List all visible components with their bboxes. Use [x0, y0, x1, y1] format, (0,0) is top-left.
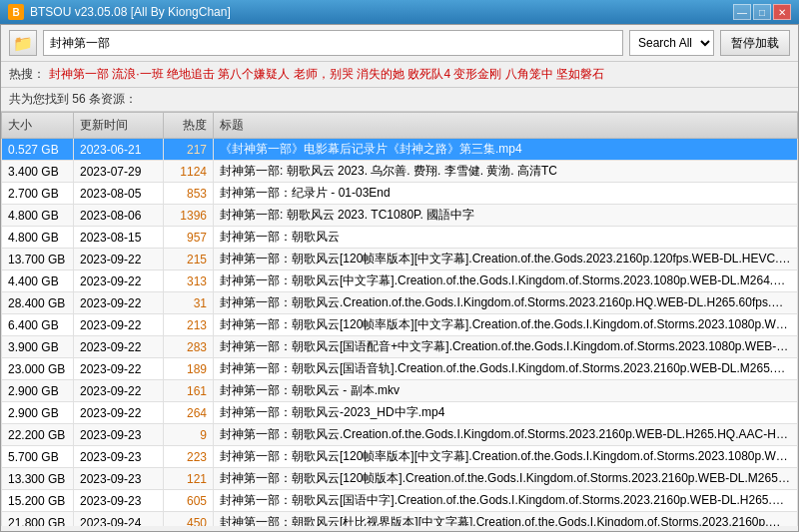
cell-size: 2.900 GB — [2, 402, 74, 424]
cell-title: 封神第一部：朝歌风云[120帧率版本][中文字幕].Creation.of.th… — [214, 314, 798, 336]
table-body: 0.527 GB2023-06-21217《封神第一部》电影幕后记录片《封神之路… — [2, 139, 798, 527]
app-title: BTSOU v23.05.08 [All By KiongChan] — [30, 5, 231, 19]
table-row[interactable]: 21.800 GB2023-09-24450封神第一部：朝歌风云[杜比视界版本]… — [2, 512, 798, 527]
table-row[interactable]: 2.900 GB2023-09-22161封神第一部：朝歌风云 - 副本.mkv — [2, 380, 798, 402]
hotlink-item[interactable]: 封神第一部 — [49, 67, 109, 81]
table-row[interactable]: 4.400 GB2023-09-22313封神第一部：朝歌风云[中文字幕].Cr… — [2, 270, 798, 292]
col-header-title[interactable]: 标题 — [214, 113, 798, 139]
cell-size: 4.800 GB — [2, 205, 74, 227]
cell-heat: 223 — [164, 446, 214, 468]
cell-title: 封神第一部：朝歌风云[国语中字].Creation.of.the.Gods.I.… — [214, 490, 798, 512]
table-row[interactable]: 23.000 GB2023-09-22189封神第一部：朝歌风云[国语音轨].C… — [2, 358, 798, 380]
cell-date: 2023-09-23 — [74, 446, 164, 468]
results-table-container[interactable]: 大小 更新时间 热度 标题 0.527 GB2023-06-21217《封神第一… — [1, 112, 798, 526]
cell-size: 2.700 GB — [2, 183, 74, 205]
cell-size: 15.200 GB — [2, 490, 74, 512]
cell-title: 封神第一部：朝歌风云[国语音轨].Creation.of.the.Gods.I.… — [214, 358, 798, 380]
cell-title: 封神第一部：朝歌风云 - 副本.mkv — [214, 380, 798, 402]
col-header-size[interactable]: 大小 — [2, 113, 74, 139]
cell-date: 2023-09-22 — [74, 292, 164, 314]
cell-title: 封神第一部：朝歌风云-2023_HD中字.mp4 — [214, 402, 798, 424]
table-row[interactable]: 5.700 GB2023-09-23223封神第一部：朝歌风云[120帧率版本]… — [2, 446, 798, 468]
search-scope-select[interactable]: Search AllTitle OnlyBy Size — [629, 30, 714, 56]
cell-heat: 1124 — [164, 161, 214, 183]
hotlink-item[interactable]: 第八个嫌疑人 — [218, 67, 290, 81]
cell-heat: 215 — [164, 249, 214, 270]
stop-load-button[interactable]: 暂停加载 — [720, 30, 790, 56]
cell-date: 2023-09-23 — [74, 468, 164, 490]
hotlink-item[interactable]: 八角笼中 — [505, 67, 553, 81]
hotlink-item[interactable]: 绝地追击 — [167, 67, 215, 81]
cell-date: 2023-09-23 — [74, 490, 164, 512]
table-row[interactable]: 3.400 GB2023-07-291124封神第一部: 朝歌风云 2023. … — [2, 161, 798, 183]
results-count: 共为您找到 56 条资源： — [9, 92, 137, 106]
search-icon-btn[interactable]: 📁 — [9, 30, 37, 56]
table-row[interactable]: 15.200 GB2023-09-23605封神第一部：朝歌风云[国语中字].C… — [2, 490, 798, 512]
cell-heat: 213 — [164, 314, 214, 336]
table-row[interactable]: 22.200 GB2023-09-239封神第一部：朝歌风云.Creation.… — [2, 424, 798, 446]
maximize-button[interactable]: □ — [753, 4, 771, 20]
search-input[interactable] — [43, 30, 623, 56]
cell-size: 4.400 GB — [2, 270, 74, 292]
cell-date: 2023-07-29 — [74, 161, 164, 183]
cell-title: 封神第一部：朝歌风云.Creation.of.the.Gods.I.Kingdo… — [214, 292, 798, 314]
cell-size: 23.000 GB — [2, 358, 74, 380]
hotlink-item[interactable]: 败死队4 — [407, 67, 450, 81]
cell-title: 封神第一部：朝歌风云[120帧率版本][中文字幕].Creation.of.th… — [214, 249, 798, 270]
results-info: 共为您找到 56 条资源： — [1, 88, 798, 112]
cell-title: 封神第一部: 朝歌风云 2023. TC1080P. 國語中字 — [214, 205, 798, 227]
minimize-button[interactable]: — — [733, 4, 751, 20]
title-bar: B BTSOU v23.05.08 [All By KiongChan] — □… — [0, 0, 799, 24]
hotlink-item[interactable]: 消失的她 — [357, 67, 404, 81]
hotlink-item[interactable]: 流浪·一班 — [112, 67, 163, 81]
cell-title: 《封神第一部》电影幕后记录片《封神之路》第三集.mp4 — [214, 139, 798, 161]
hotlink-item[interactable]: 坚如磐石 — [556, 67, 604, 81]
table-row[interactable]: 4.800 GB2023-08-061396封神第一部: 朝歌风云 2023. … — [2, 205, 798, 227]
cell-size: 21.800 GB — [2, 512, 74, 527]
hotlink-item[interactable]: 老师，别哭 — [294, 67, 354, 81]
cell-date: 2023-09-22 — [74, 358, 164, 380]
table-row[interactable]: 13.700 GB2023-09-22215封神第一部：朝歌风云[120帧率版本… — [2, 249, 798, 270]
table-row[interactable]: 2.900 GB2023-09-22264封神第一部：朝歌风云-2023_HD中… — [2, 402, 798, 424]
table-row[interactable]: 0.527 GB2023-06-21217《封神第一部》电影幕后记录片《封神之路… — [2, 139, 798, 161]
title-bar-controls: — □ ✕ — [733, 4, 791, 20]
search-area: 📁 Search AllTitle OnlyBy Size 暂停加载 — [9, 30, 790, 56]
col-header-heat[interactable]: 热度 — [164, 113, 214, 139]
cell-heat: 605 — [164, 490, 214, 512]
cell-heat: 161 — [164, 380, 214, 402]
cell-heat: 217 — [164, 139, 214, 161]
cell-size: 6.400 GB — [2, 314, 74, 336]
cell-heat: 283 — [164, 336, 214, 358]
cell-heat: 31 — [164, 292, 214, 314]
cell-size: 28.400 GB — [2, 292, 74, 314]
cell-size: 22.200 GB — [2, 424, 74, 446]
cell-title: 封神第一部：朝歌风云 — [214, 227, 798, 249]
cell-heat: 189 — [164, 358, 214, 380]
table-header: 大小 更新时间 热度 标题 — [2, 113, 798, 139]
hotlinks-container: 封神第一部 流浪·一班 绝地追击 第八个嫌疑人 老师，别哭 消失的她 败死队4 … — [49, 66, 604, 83]
cell-heat: 121 — [164, 468, 214, 490]
cell-heat: 957 — [164, 227, 214, 249]
cell-title: 封神第一部：朝歌风云[120帧率版本][中文字幕].Creation.of.th… — [214, 446, 798, 468]
results-table: 大小 更新时间 热度 标题 0.527 GB2023-06-21217《封神第一… — [1, 112, 798, 526]
cell-title: 封神第一部：朝歌风云[杜比视界版本][中文字幕].Creation.of.the… — [214, 512, 798, 527]
hotlink-item[interactable]: 变形金刚 — [453, 67, 501, 81]
cell-size: 3.400 GB — [2, 161, 74, 183]
cell-title: 封神第一部：纪录片 - 01-03End — [214, 183, 798, 205]
table-row[interactable]: 2.700 GB2023-08-05853封神第一部：纪录片 - 01-03En… — [2, 183, 798, 205]
table-row[interactable]: 6.400 GB2023-09-22213封神第一部：朝歌风云[120帧率版本]… — [2, 314, 798, 336]
table-row[interactable]: 13.300 GB2023-09-23121封神第一部：朝歌风云[120帧版本]… — [2, 468, 798, 490]
table-row[interactable]: 28.400 GB2023-09-2231封神第一部：朝歌风云.Creation… — [2, 292, 798, 314]
title-bar-left: B BTSOU v23.05.08 [All By KiongChan] — [8, 4, 231, 20]
cell-title: 封神第一部：朝歌风云.Creation.of.the.Gods.I.Kingdo… — [214, 424, 798, 446]
cell-size: 5.700 GB — [2, 446, 74, 468]
cell-size: 13.300 GB — [2, 468, 74, 490]
table-row[interactable]: 4.800 GB2023-08-15957封神第一部：朝歌风云 — [2, 227, 798, 249]
table-row[interactable]: 3.900 GB2023-09-22283封神第一部：朝歌风云[国语配音+中文字… — [2, 336, 798, 358]
cell-date: 2023-09-22 — [74, 402, 164, 424]
close-button[interactable]: ✕ — [773, 4, 791, 20]
cell-size: 4.800 GB — [2, 227, 74, 249]
cell-date: 2023-09-22 — [74, 314, 164, 336]
col-header-date[interactable]: 更新时间 — [74, 113, 164, 139]
hotlinks-bar: 热搜： 封神第一部 流浪·一班 绝地追击 第八个嫌疑人 老师，别哭 消失的她 败… — [1, 62, 798, 88]
